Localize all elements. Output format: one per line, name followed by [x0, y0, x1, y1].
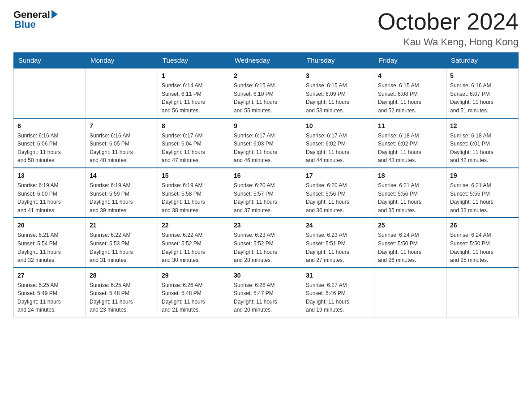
calendar-cell: 13Sunrise: 6:19 AMSunset: 6:00 PMDayligh… [14, 168, 86, 218]
day-info: Sunrise: 6:27 AMSunset: 5:46 PMDaylight:… [306, 281, 370, 314]
day-number: 30 [234, 271, 298, 280]
logo-triangle-icon [51, 10, 58, 19]
day-number: 18 [378, 171, 442, 180]
day-number: 14 [90, 171, 154, 180]
day-number: 6 [17, 121, 82, 131]
calendar-header-tuesday: Tuesday [158, 53, 230, 68]
day-info: Sunrise: 6:21 AMSunset: 5:56 PMDaylight:… [378, 181, 442, 214]
calendar-cell: 15Sunrise: 6:19 AMSunset: 5:58 PMDayligh… [158, 168, 230, 218]
day-number: 9 [234, 121, 298, 131]
calendar-cell: 12Sunrise: 6:18 AMSunset: 6:01 PMDayligh… [446, 118, 519, 168]
day-number: 20 [17, 221, 82, 230]
day-info: Sunrise: 6:19 AMSunset: 5:59 PMDaylight:… [90, 181, 154, 214]
day-info: Sunrise: 6:26 AMSunset: 5:47 PMDaylight:… [234, 281, 298, 314]
day-info: Sunrise: 6:24 AMSunset: 5:50 PMDaylight:… [450, 231, 515, 264]
day-info: Sunrise: 6:17 AMSunset: 6:03 PMDaylight:… [234, 132, 298, 165]
calendar-cell: 19Sunrise: 6:21 AMSunset: 5:55 PMDayligh… [446, 168, 519, 218]
calendar-cell [14, 68, 86, 118]
page-header: General Blue October 2024 Kau Wa Keng, H… [13, 9, 519, 48]
calendar-cell: 16Sunrise: 6:20 AMSunset: 5:57 PMDayligh… [230, 168, 302, 218]
calendar-cell: 23Sunrise: 6:23 AMSunset: 5:52 PMDayligh… [230, 218, 302, 267]
calendar-cell: 31Sunrise: 6:27 AMSunset: 5:46 PMDayligh… [302, 268, 374, 317]
day-number: 13 [17, 171, 82, 180]
calendar-cell: 25Sunrise: 6:24 AMSunset: 5:50 PMDayligh… [374, 218, 446, 267]
logo: General Blue [13, 9, 58, 30]
day-number: 16 [234, 171, 298, 180]
day-info: Sunrise: 6:14 AMSunset: 6:11 PMDaylight:… [162, 81, 226, 115]
title-section: October 2024 Kau Wa Keng, Hong Kong [378, 9, 519, 48]
day-info: Sunrise: 6:25 AMSunset: 5:49 PMDaylight:… [17, 281, 82, 314]
calendar-cell: 21Sunrise: 6:22 AMSunset: 5:53 PMDayligh… [86, 218, 158, 267]
day-number: 27 [17, 271, 82, 280]
calendar-cell [446, 268, 519, 317]
calendar-cell: 29Sunrise: 6:26 AMSunset: 5:48 PMDayligh… [158, 268, 230, 317]
calendar-table: SundayMondayTuesdayWednesdayThursdayFrid… [13, 52, 519, 317]
day-info: Sunrise: 6:18 AMSunset: 6:02 PMDaylight:… [378, 132, 442, 165]
calendar-cell: 27Sunrise: 6:25 AMSunset: 5:49 PMDayligh… [14, 268, 86, 317]
day-info: Sunrise: 6:26 AMSunset: 5:48 PMDaylight:… [162, 281, 226, 314]
calendar-cell: 8Sunrise: 6:17 AMSunset: 6:04 PMDaylight… [158, 118, 230, 168]
calendar-header-row: SundayMondayTuesdayWednesdayThursdayFrid… [14, 53, 519, 68]
calendar-cell: 28Sunrise: 6:25 AMSunset: 5:48 PMDayligh… [86, 268, 158, 317]
day-number: 11 [378, 121, 442, 131]
day-number: 23 [234, 221, 298, 230]
calendar-week-row: 1Sunrise: 6:14 AMSunset: 6:11 PMDaylight… [14, 68, 519, 118]
day-info: Sunrise: 6:15 AMSunset: 6:09 PMDaylight:… [306, 81, 370, 115]
day-number: 29 [162, 271, 226, 280]
day-number: 26 [450, 221, 515, 230]
calendar-cell: 14Sunrise: 6:19 AMSunset: 5:59 PMDayligh… [86, 168, 158, 218]
logo-blue-text: Blue [14, 19, 36, 30]
day-info: Sunrise: 6:21 AMSunset: 5:54 PMDaylight:… [17, 231, 82, 264]
calendar-cell: 17Sunrise: 6:20 AMSunset: 5:56 PMDayligh… [302, 168, 374, 218]
day-info: Sunrise: 6:22 AMSunset: 5:52 PMDaylight:… [162, 231, 226, 264]
day-info: Sunrise: 6:16 AMSunset: 6:05 PMDaylight:… [90, 132, 154, 165]
day-number: 2 [234, 71, 298, 81]
day-number: 1 [162, 71, 226, 81]
calendar-cell: 9Sunrise: 6:17 AMSunset: 6:03 PMDaylight… [230, 118, 302, 168]
calendar-cell: 11Sunrise: 6:18 AMSunset: 6:02 PMDayligh… [374, 118, 446, 168]
day-info: Sunrise: 6:16 AMSunset: 6:07 PMDaylight:… [450, 81, 515, 115]
calendar-cell [374, 268, 446, 317]
calendar-header-friday: Friday [374, 53, 446, 68]
day-info: Sunrise: 6:19 AMSunset: 6:00 PMDaylight:… [17, 181, 82, 214]
calendar-cell: 26Sunrise: 6:24 AMSunset: 5:50 PMDayligh… [446, 218, 519, 267]
day-number: 28 [90, 271, 154, 280]
day-info: Sunrise: 6:20 AMSunset: 5:57 PMDaylight:… [234, 181, 298, 214]
day-number: 24 [306, 221, 370, 230]
day-number: 10 [306, 121, 370, 131]
calendar-cell: 2Sunrise: 6:15 AMSunset: 6:10 PMDaylight… [230, 68, 302, 118]
calendar-header-sunday: Sunday [14, 53, 86, 68]
calendar-cell: 4Sunrise: 6:15 AMSunset: 6:08 PMDaylight… [374, 68, 446, 118]
calendar-cell: 3Sunrise: 6:15 AMSunset: 6:09 PMDaylight… [302, 68, 374, 118]
day-number: 15 [162, 171, 226, 180]
calendar-cell: 30Sunrise: 6:26 AMSunset: 5:47 PMDayligh… [230, 268, 302, 317]
day-info: Sunrise: 6:15 AMSunset: 6:08 PMDaylight:… [378, 81, 442, 115]
day-number: 17 [306, 171, 370, 180]
day-number: 5 [450, 71, 515, 81]
calendar-week-row: 6Sunrise: 6:16 AMSunset: 6:06 PMDaylight… [14, 118, 519, 168]
calendar-header-wednesday: Wednesday [230, 53, 302, 68]
calendar-cell: 10Sunrise: 6:17 AMSunset: 6:02 PMDayligh… [302, 118, 374, 168]
calendar-header-saturday: Saturday [446, 53, 519, 68]
day-number: 7 [90, 121, 154, 131]
day-info: Sunrise: 6:15 AMSunset: 6:10 PMDaylight:… [234, 81, 298, 115]
day-number: 31 [306, 271, 370, 280]
day-number: 8 [162, 121, 226, 131]
calendar-header-monday: Monday [86, 53, 158, 68]
calendar-week-row: 27Sunrise: 6:25 AMSunset: 5:49 PMDayligh… [14, 268, 519, 317]
day-info: Sunrise: 6:19 AMSunset: 5:58 PMDaylight:… [162, 181, 226, 214]
day-info: Sunrise: 6:24 AMSunset: 5:50 PMDaylight:… [378, 231, 442, 264]
day-number: 4 [378, 71, 442, 81]
calendar-cell: 18Sunrise: 6:21 AMSunset: 5:56 PMDayligh… [374, 168, 446, 218]
calendar-cell [86, 68, 158, 118]
calendar-cell: 5Sunrise: 6:16 AMSunset: 6:07 PMDaylight… [446, 68, 519, 118]
day-info: Sunrise: 6:23 AMSunset: 5:52 PMDaylight:… [234, 231, 298, 264]
day-info: Sunrise: 6:22 AMSunset: 5:53 PMDaylight:… [90, 231, 154, 264]
day-number: 12 [450, 121, 515, 131]
month-title: October 2024 [378, 9, 519, 34]
day-number: 22 [162, 221, 226, 230]
calendar-week-row: 13Sunrise: 6:19 AMSunset: 6:00 PMDayligh… [14, 168, 519, 218]
day-number: 21 [90, 221, 154, 230]
calendar-cell: 6Sunrise: 6:16 AMSunset: 6:06 PMDaylight… [14, 118, 86, 168]
day-info: Sunrise: 6:16 AMSunset: 6:06 PMDaylight:… [17, 132, 82, 165]
